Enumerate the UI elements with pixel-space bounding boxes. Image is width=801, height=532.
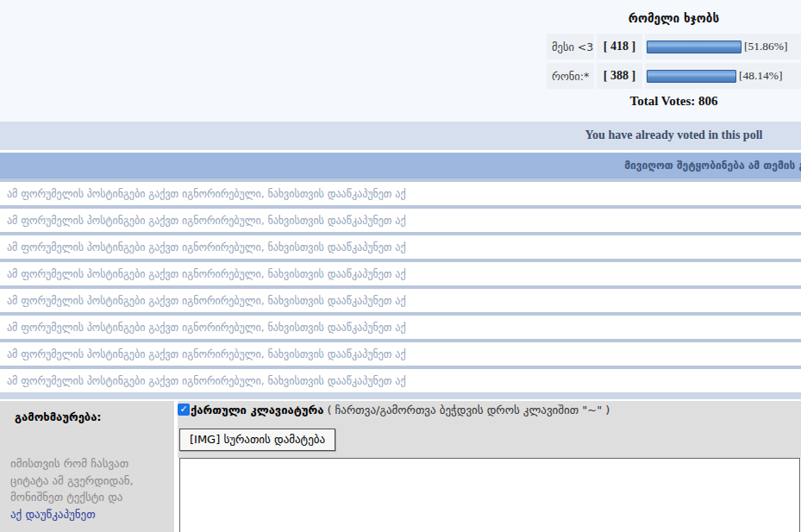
- ignored-posts-row[interactable]: ამ ფორუმელის პოსტინგები გაქვთ იგნორირებუ…: [0, 369, 801, 392]
- ignored-posts-row[interactable]: ამ ფორუმელის პოსტინგები გაქვთ იგნორირებუ…: [0, 235, 801, 259]
- quote-hint-line: მონიშნეთ ტექსტი და: [10, 489, 134, 506]
- keyboard-toggle-row: ✓ ქართული კლავიატურა ( ჩართვა/გამორთვა ბ…: [178, 403, 610, 416]
- reply-section: გამოხმაურება: იმისთვის რომ ჩასვათ ციტატა…: [0, 401, 801, 532]
- keyboard-label: ქართული კლავიატურა: [191, 404, 323, 416]
- page-top: რომელი ხჯობს მესი <3 [ 418 ] [51.86%] რო…: [0, 0, 801, 122]
- poll-option-label: მესი <3: [547, 34, 594, 59]
- poll-option-bar-cell: [48.14%]: [645, 63, 801, 89]
- ignored-posts-row[interactable]: ამ ფორუმელის პოსტინგები გაქვთ იგნორირებუ…: [0, 262, 801, 285]
- quote-hint: იმისთვის რომ ჩასვათ ციტატა ამ გვერდიდან,…: [10, 455, 134, 523]
- add-image-button[interactable]: [IMG] სურათის დამატება: [179, 429, 335, 451]
- poll-option-label: რონი:*: [547, 63, 594, 89]
- composer-panel: ✓ ქართული კლავიატურა ( ჩართვა/გამორთვა ბ…: [178, 401, 801, 458]
- quote-hint-line: იმისთვის რომ ჩასვათ: [10, 455, 134, 473]
- feedback-sidebar: გამოხმაურება: იმისთვის რომ ჩასვათ ციტატა…: [0, 401, 174, 532]
- ignored-posts-row[interactable]: ამ ფორუმელის პოსტინგები გაქვთ იგნორირებუ…: [0, 316, 801, 339]
- poll-results: რომელი ხჯობს მესი <3 [ 418 ] [51.86%] რო…: [547, 0, 801, 122]
- track-topic-banner: მივიღოთ შეტყობინება ამ თემის გ: [0, 153, 801, 178]
- ignored-posts-row[interactable]: ამ ფორუმელის პოსტინგები გაქვთ იგნორირებუ…: [0, 182, 801, 205]
- poll-option-row: რონი:* [ 388 ] [48.14%]: [547, 63, 801, 89]
- track-topic-link[interactable]: მივიღოთ შეტყობინება ამ თემის გ: [624, 160, 801, 172]
- poll-title: რომელი ხჯობს: [547, 11, 801, 25]
- georgian-keyboard-checkbox[interactable]: ✓: [178, 404, 190, 416]
- posts-list: ამ ფორუმელის პოსტინგები გაქვთ იგნორირებუ…: [0, 178, 801, 399]
- ignored-posts-row[interactable]: ამ ფორუმელის პოსტინგები გაქვთ იგნორირებუ…: [0, 289, 801, 312]
- already-voted-banner: You have already voted in this poll: [0, 122, 801, 150]
- keyboard-hint: ( ჩართვა/გამორთვა ბეჭდვის დროს კლავიშით …: [327, 404, 610, 416]
- vote-bar: [647, 41, 742, 53]
- vote-bar: [647, 70, 736, 83]
- poll-option-votes: [ 388 ]: [597, 63, 642, 89]
- feedback-title: გამოხმაურება:: [15, 410, 102, 423]
- poll-total-votes: Total Votes: 806: [547, 94, 801, 109]
- already-voted-text: You have already voted in this poll: [547, 128, 801, 142]
- poll-option-votes: [ 418 ]: [597, 34, 642, 59]
- reply-textarea[interactable]: [179, 458, 800, 532]
- rows-footer-band: [0, 392, 801, 399]
- quote-here-link[interactable]: აქ დაუწკაპუნეთ: [10, 506, 134, 523]
- ignored-posts-row[interactable]: ამ ფორუმელის პოსტინგები გაქვთ იგნორირებუ…: [0, 209, 801, 232]
- poll-option-percent: [51.86%]: [744, 40, 788, 53]
- ignored-posts-row[interactable]: ამ ფორუმელის პოსტინგები გაქვთ იგნორირებუ…: [0, 342, 801, 366]
- poll-option-bar-cell: [51.86%]: [645, 34, 801, 59]
- poll-option-percent: [48.14%]: [739, 69, 783, 83]
- poll-option-row: მესი <3 [ 418 ] [51.86%]: [547, 34, 801, 59]
- quote-hint-line: ციტატა ამ გვერდიდან,: [10, 473, 134, 490]
